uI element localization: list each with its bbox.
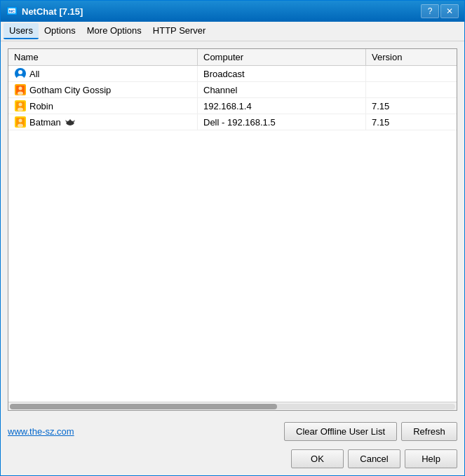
refresh-button[interactable]: Refresh <box>401 422 457 441</box>
clear-offline-button[interactable]: Clear Offline User List <box>284 422 397 441</box>
svg-point-4 <box>18 70 22 74</box>
user-batman-icon <box>14 116 27 128</box>
menu-bar: Users Options More Options HTTP Server <box>1 22 464 41</box>
svg-point-17 <box>18 124 23 128</box>
svg-point-9 <box>18 92 23 95</box>
table-body[interactable]: All Broadcast Gotham City Gossi <box>8 66 457 402</box>
cell-name: Robin <box>8 98 198 114</box>
cell-name: Gotham City Gossip <box>8 82 198 97</box>
help-footer-button[interactable]: Help <box>405 449 457 468</box>
cell-name: All <box>8 66 198 81</box>
cell-name: Batman <box>8 114 198 130</box>
col-header-name: Name <box>8 49 198 65</box>
batman-badge-icon <box>65 118 75 126</box>
cell-version: 7.15 <box>366 98 457 114</box>
menu-item-options[interactable]: Options <box>39 23 81 39</box>
window-title: NetChat [7.15] <box>22 6 421 17</box>
cell-computer: Dell - 192.168.1.5 <box>198 114 366 130</box>
menu-item-users[interactable]: Users <box>4 23 39 39</box>
title-bar: NC NetChat [7.15] ? ✕ <box>1 1 464 22</box>
ok-button[interactable]: OK <box>291 449 344 468</box>
svg-point-16 <box>19 119 22 123</box>
cell-computer: Channel <box>198 82 366 97</box>
table-row[interactable]: Robin 192.168.1.4 7.15 <box>8 98 457 114</box>
main-window: NC NetChat [7.15] ? ✕ Users Options More… <box>0 0 465 476</box>
scrollbar-track[interactable] <box>10 404 455 409</box>
svg-text:NC: NC <box>9 9 15 13</box>
all-users-icon <box>14 67 27 80</box>
cell-version: 7.15 <box>366 114 457 130</box>
cell-computer: 192.168.1.4 <box>198 98 366 114</box>
cancel-button[interactable]: Cancel <box>348 449 400 468</box>
table-row[interactable]: All Broadcast <box>8 66 457 82</box>
table-header: Name Computer Version <box>8 49 457 66</box>
channel-icon <box>14 83 27 96</box>
table-row[interactable]: Batman Dell - 192.168.1.5 7.15 <box>8 114 457 130</box>
cell-version <box>366 82 457 97</box>
menu-item-http-server[interactable]: HTTP Server <box>147 23 212 39</box>
website-link[interactable]: www.the-sz.com <box>8 426 74 437</box>
table-row[interactable]: Gotham City Gossip Channel <box>8 82 457 98</box>
bottom-bar: www.the-sz.com Clear Offline User List R… <box>1 418 464 445</box>
window-controls: ? ✕ <box>421 4 459 18</box>
app-icon: NC <box>6 6 18 17</box>
footer-buttons: OK Cancel Help <box>1 445 464 475</box>
svg-point-5 <box>17 76 24 80</box>
svg-point-8 <box>19 87 22 90</box>
scrollbar-thumb[interactable] <box>10 404 277 409</box>
cell-version <box>366 66 457 81</box>
svg-point-13 <box>18 108 23 111</box>
close-button[interactable]: ✕ <box>440 4 459 18</box>
help-button[interactable]: ? <box>421 4 439 18</box>
horizontal-scrollbar[interactable] <box>8 402 457 410</box>
svg-point-12 <box>19 103 22 107</box>
svg-marker-19 <box>68 119 72 122</box>
users-table: Name Computer Version All Br <box>8 48 457 411</box>
cell-computer: Broadcast <box>198 66 366 81</box>
content-area: Name Computer Version All Br <box>1 41 464 418</box>
col-header-version: Version <box>366 49 457 65</box>
col-header-computer: Computer <box>198 49 366 65</box>
user-robin-icon <box>14 100 27 112</box>
menu-item-more-options[interactable]: More Options <box>81 23 147 39</box>
